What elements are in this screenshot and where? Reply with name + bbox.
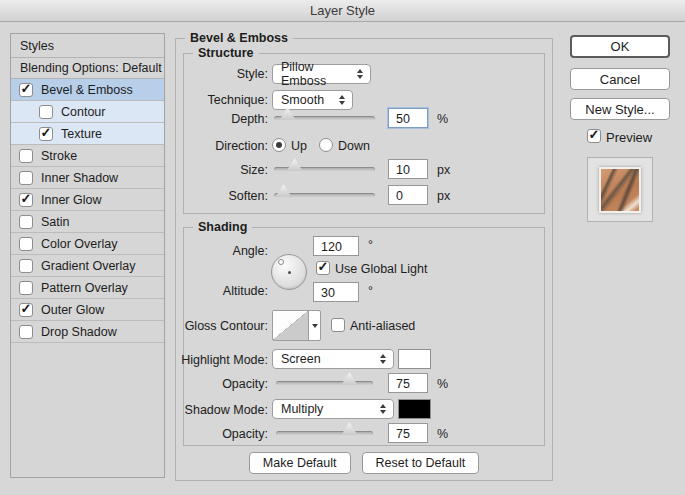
technique-value: Smooth [281, 93, 324, 107]
sidebar-item-gradient-overlay[interactable]: Gradient Overlay [11, 255, 164, 277]
check-icon: ✓ [21, 194, 32, 204]
check-icon: ✓ [21, 304, 32, 314]
preview-checkbox[interactable]: ✓ [587, 129, 601, 143]
gloss-contour-dropdown-button[interactable] [309, 311, 320, 340]
gloss-contour-picker[interactable] [272, 310, 321, 341]
sidebar-item-inner-glow[interactable]: ✓ Inner Glow [11, 189, 164, 211]
sidebar-item-inner-shadow[interactable]: Inner Shadow [11, 167, 164, 189]
contour-checkbox[interactable] [39, 105, 53, 119]
highlight-mode-label: Highlight Mode: [168, 353, 268, 367]
sidebar-item-label: Outer Glow [41, 303, 104, 317]
check-icon: ✓ [41, 128, 52, 138]
angle-input[interactable]: 120 [313, 236, 359, 256]
sidebar-item-label: Drop Shadow [41, 325, 117, 339]
sidebar-item-label: Stroke [41, 149, 77, 163]
direction-down-radio[interactable] [319, 138, 333, 152]
soften-slider[interactable] [274, 193, 375, 198]
style-dropdown[interactable]: Pillow Emboss [272, 64, 371, 84]
sidebar-item-stroke[interactable]: Stroke [11, 145, 164, 167]
bevel-emboss-checkbox[interactable]: ✓ [19, 83, 33, 97]
size-label: Size: [168, 163, 268, 177]
stroke-checkbox[interactable] [19, 149, 33, 163]
inner-shadow-checkbox[interactable] [19, 171, 33, 185]
use-global-light-checkbox[interactable]: ✓ [316, 261, 330, 275]
angle-dial-handle[interactable] [278, 259, 284, 265]
structure-legend: Structure [193, 46, 259, 60]
highlight-opacity-label: Opacity: [168, 377, 268, 391]
sidebar-item-satin[interactable]: Satin [11, 211, 164, 233]
sidebar-item-label: Gradient Overlay [41, 259, 135, 273]
texture-checkbox[interactable]: ✓ [39, 127, 53, 141]
inner-glow-checkbox[interactable]: ✓ [19, 193, 33, 207]
ok-button[interactable]: OK [570, 35, 670, 58]
anti-aliased-label: Anti-aliased [350, 319, 415, 333]
angle-dial[interactable] [271, 254, 307, 290]
outer-glow-checkbox[interactable]: ✓ [19, 303, 33, 317]
direction-label: Direction: [168, 139, 268, 153]
soften-input[interactable]: 0 [388, 185, 428, 205]
shadow-opacity-input[interactable]: 75 [388, 423, 428, 443]
highlight-mode-dropdown[interactable]: Screen [272, 349, 394, 369]
panel-title: Bevel & Emboss [185, 31, 293, 45]
sidebar-item-outer-glow[interactable]: ✓ Outer Glow [11, 299, 164, 321]
gloss-contour-thumbnail[interactable] [273, 311, 309, 340]
cancel-button[interactable]: Cancel [570, 68, 670, 90]
altitude-label: Altitude: [168, 284, 268, 298]
sidebar-item-pattern-overlay[interactable]: Pattern Overlay [11, 277, 164, 299]
new-style-button[interactable]: New Style... [570, 98, 670, 120]
sidebar-item-contour[interactable]: Contour [11, 101, 164, 123]
dialog-title: Layer Style [310, 3, 375, 18]
technique-dropdown[interactable]: Smooth [272, 90, 353, 110]
sidebar-item-label: Contour [61, 105, 105, 119]
drop-shadow-checkbox[interactable] [19, 325, 33, 339]
depth-input[interactable]: 50 [388, 108, 428, 128]
direction-up-label: Up [291, 139, 307, 153]
make-default-button[interactable]: Make Default [249, 452, 351, 474]
updown-arrows-icon [357, 69, 363, 79]
layer-style-dialog: Layer Style Styles Blending Options: Def… [0, 0, 685, 495]
pattern-overlay-checkbox[interactable] [19, 281, 33, 295]
sidebar-header: Styles [11, 34, 164, 58]
depth-slider[interactable] [274, 116, 375, 121]
direction-up-radio[interactable] [272, 138, 286, 152]
highlight-opacity-input[interactable]: 75 [388, 373, 428, 393]
layer-style-preview-thumbnail [599, 167, 641, 213]
shadow-opacity-slider[interactable] [276, 431, 373, 436]
altitude-unit: ° [368, 284, 373, 298]
preview-well [587, 157, 653, 222]
color-overlay-checkbox[interactable] [19, 237, 33, 251]
anti-aliased-checkbox[interactable] [331, 318, 345, 332]
technique-label: Technique: [168, 93, 268, 107]
gradient-overlay-checkbox[interactable] [19, 259, 33, 273]
sidebar-item-drop-shadow[interactable]: Drop Shadow [11, 321, 164, 343]
sidebar-item-texture[interactable]: ✓ Texture [11, 123, 164, 145]
sidebar-item-bevel-emboss[interactable]: ✓ Bevel & Emboss [11, 79, 164, 101]
shading-legend: Shading [193, 220, 252, 234]
depth-label: Depth: [168, 112, 268, 126]
angle-label: Angle: [168, 244, 268, 258]
shadow-opacity-label: Opacity: [168, 427, 268, 441]
shadow-mode-dropdown[interactable]: Multiply [272, 399, 394, 419]
highlight-opacity-slider[interactable] [276, 381, 373, 386]
satin-checkbox[interactable] [19, 215, 33, 229]
updown-arrows-icon [339, 95, 345, 105]
chevron-down-icon [312, 324, 318, 328]
reset-to-default-button[interactable]: Reset to Default [362, 452, 480, 474]
highlight-color-swatch[interactable] [398, 349, 431, 369]
check-icon: ✓ [318, 262, 329, 272]
check-icon: ✓ [589, 130, 600, 140]
shadow-color-swatch[interactable] [398, 399, 431, 419]
title-bar[interactable]: Layer Style [0, 0, 685, 22]
altitude-input[interactable]: 30 [313, 282, 359, 302]
sidebar-item-blending-options[interactable]: Blending Options: Default [11, 58, 164, 79]
styles-sidebar: Styles Blending Options: Default ✓ Bevel… [10, 33, 165, 478]
angle-unit: ° [368, 238, 373, 252]
size-input[interactable]: 10 [388, 159, 428, 179]
shadow-opacity-unit: % [437, 427, 448, 441]
size-slider[interactable] [274, 167, 375, 172]
depth-unit: % [437, 112, 448, 126]
preview-label: Preview [606, 130, 652, 145]
check-icon: ✓ [21, 84, 32, 94]
soften-unit: px [437, 189, 450, 203]
sidebar-item-color-overlay[interactable]: Color Overlay [11, 233, 164, 255]
